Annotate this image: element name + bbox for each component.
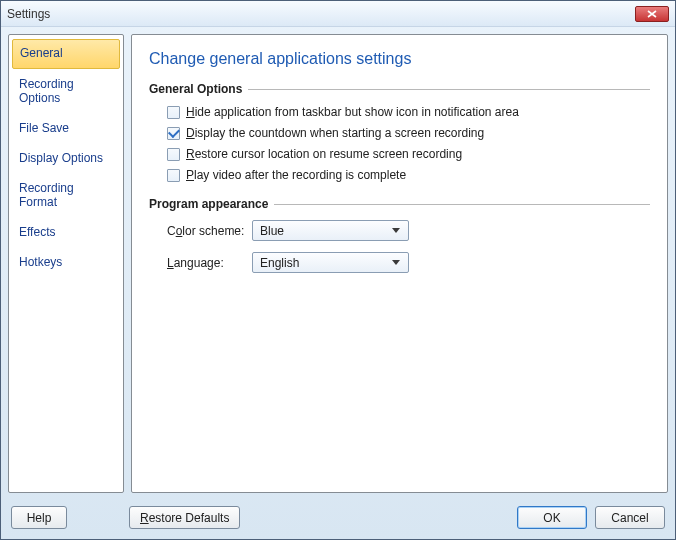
restore-defaults-button[interactable]: Restore Defaults (129, 506, 240, 529)
window-title: Settings (7, 7, 50, 21)
chevron-down-icon (387, 254, 404, 271)
language-label: Language: (167, 256, 252, 270)
cancel-button[interactable]: Cancel (595, 506, 665, 529)
ok-button[interactable]: OK (517, 506, 587, 529)
divider (274, 204, 650, 205)
option-row: Hide application from taskbar but show i… (149, 103, 650, 121)
sidebar-item-hotkeys[interactable]: Hotkeys (12, 249, 120, 277)
checkbox-label[interactable]: Display the countdown when starting a sc… (186, 126, 484, 140)
option-row: Display the countdown when starting a sc… (149, 124, 650, 142)
sidebar-item-effects[interactable]: Effects (12, 219, 120, 247)
color-scheme-value: Blue (260, 224, 387, 238)
language-dropdown[interactable]: English (252, 252, 409, 273)
sidebar-item-recording-format[interactable]: Recording Format (12, 175, 120, 217)
help-button[interactable]: Help (11, 506, 67, 529)
checkbox-label[interactable]: Hide application from taskbar but show i… (186, 105, 519, 119)
group-title: General Options (149, 82, 242, 96)
checkbox[interactable] (167, 127, 180, 140)
color-scheme-label: Color scheme: (167, 224, 252, 238)
chevron-down-icon (387, 222, 404, 239)
panel-heading: Change general applications settings (149, 50, 650, 68)
checkbox-label[interactable]: Restore cursor location on resume screen… (186, 147, 462, 161)
close-icon (647, 10, 657, 18)
checkbox[interactable] (167, 106, 180, 119)
sidebar-item-display-options[interactable]: Display Options (12, 145, 120, 173)
divider (248, 89, 650, 90)
button-bar: Help Restore Defaults OK Cancel (1, 500, 675, 539)
color-scheme-dropdown[interactable]: Blue (252, 220, 409, 241)
sidebar-item-file-save[interactable]: File Save (12, 115, 120, 143)
settings-window: Settings GeneralRecording OptionsFile Sa… (0, 0, 676, 540)
checkbox[interactable] (167, 148, 180, 161)
titlebar: Settings (1, 1, 675, 27)
sidebar: GeneralRecording OptionsFile SaveDisplay… (8, 34, 124, 493)
language-value: English (260, 256, 387, 270)
option-row: Play video after the recording is comple… (149, 166, 650, 184)
sidebar-item-recording-options[interactable]: Recording Options (12, 71, 120, 113)
sidebar-item-general[interactable]: General (12, 39, 120, 69)
group-title: Program appearance (149, 197, 268, 211)
group-program-appearance: Program appearance (149, 197, 650, 211)
main-panel: Change general applications settings Gen… (131, 34, 668, 493)
checkbox[interactable] (167, 169, 180, 182)
checkbox-label[interactable]: Play video after the recording is comple… (186, 168, 406, 182)
group-general-options: General Options (149, 82, 650, 96)
option-row: Restore cursor location on resume screen… (149, 145, 650, 163)
close-button[interactable] (635, 6, 669, 22)
